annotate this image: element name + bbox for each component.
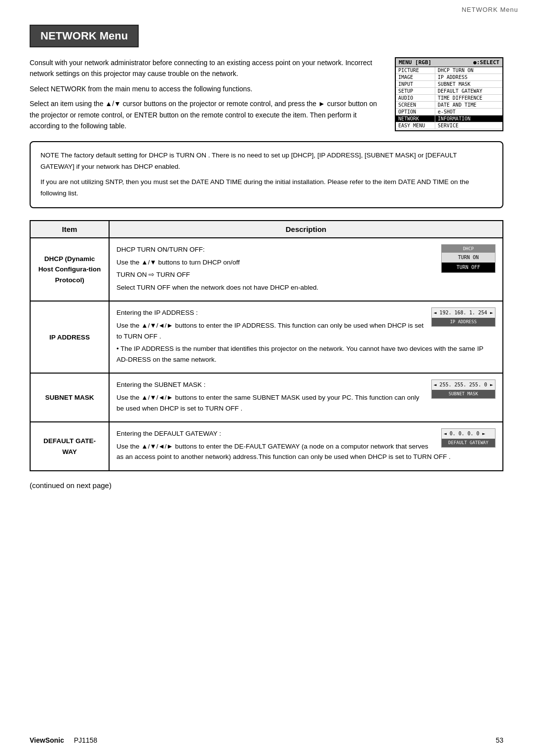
menu-col-right: DEFAULT GATEWAY	[435, 88, 502, 94]
table-desc-cell: DHCPTURN ONTURN OFFDHCP TURN ON/TURN OFF…	[109, 238, 503, 301]
table-item-cell: IP ADDRESS	[30, 301, 109, 373]
intro-text: Consult with your network administrator …	[30, 57, 380, 131]
menu-col-right: TIME DIFFERENCE	[435, 95, 502, 101]
menu-col-left: SETUP	[396, 88, 435, 94]
menu-col-left: NETWORK	[396, 115, 435, 122]
device-screenshot: DHCPTURN ONTURN OFF	[441, 244, 495, 273]
menu-col-right: SUBNET MASK	[435, 81, 502, 87]
intro-para2: Select NETWORK from the main menu to acc…	[30, 83, 380, 94]
device-label: IP ADDRESS	[432, 318, 495, 326]
page: NETWORK Menu NETWORK Menu Consult with y…	[0, 0, 533, 756]
device-row: TURN ON	[442, 253, 495, 263]
note-box: NOTE The factory default setting for DHC…	[30, 141, 503, 208]
desc-line: • The IP ADDRESS is the number that iden…	[116, 343, 495, 365]
desc-line: DHCP TURN ON/TURN OFF:	[116, 244, 495, 255]
table-item-cell: SUBNET MASK	[30, 373, 109, 422]
footer-page-number: 53	[495, 736, 503, 744]
device-label: SUBNET MASK	[432, 390, 495, 398]
menu-row: SCREENDATE AND TIME	[396, 102, 502, 109]
page-title: NETWORK Menu	[30, 25, 139, 47]
table-row: DEFAULT GATE-WAY◄ 0. 0. 0. 0 ►DEFAULT GA…	[30, 422, 503, 471]
menu-col-right: SERVICE	[435, 122, 502, 129]
table-desc-cell: ◄ 255. 255. 255. 0 ►SUBNET MASKEntering …	[109, 373, 503, 422]
device-value: ◄ 255. 255. 255. 0 ►	[432, 380, 495, 390]
device-screenshot: ◄ 0. 0. 0. 0 ►DEFAULT GATEWAY	[441, 428, 495, 447]
device-label: DEFAULT GATEWAY	[442, 439, 495, 447]
menu-row: SETUPDEFAULT GATEWAY	[396, 88, 502, 95]
menu-col-right: DHCP TURN ON	[435, 67, 502, 74]
menu-row: AUDIOTIME DIFFERENCE	[396, 95, 502, 102]
desc-line: Use the ▲/▼ buttons to turn DHCP on/off	[116, 257, 495, 268]
model: PJ1158	[74, 736, 97, 744]
table-desc-cell: ◄ 0. 0. 0. 0 ►DEFAULT GATEWAYEntering th…	[109, 422, 503, 471]
col-header-item: Item	[30, 221, 109, 238]
menu-col-left: AUDIO	[396, 95, 435, 101]
desc-line: Use the ▲/▼/◄/► buttons to enter the DE-…	[116, 441, 495, 462]
menu-col-left: INPUT	[396, 81, 435, 87]
device-title: DHCP	[442, 245, 495, 253]
continued-text: (continued on next page)	[30, 481, 503, 490]
menu-header: MENU [RGB] ●:SELECT	[396, 58, 502, 67]
device-value: ◄ 0. 0. 0. 0 ►	[442, 429, 495, 439]
table-row: IP ADDRESS◄ 192. 168. 1. 254 ►IP ADDRESS…	[30, 301, 503, 373]
col-header-desc: Description	[109, 221, 503, 238]
intro-section: Consult with your network administrator …	[30, 57, 503, 131]
note-text1: NOTE The factory default setting for DHC…	[40, 150, 493, 173]
menu-col-left: IMAGE	[396, 74, 435, 80]
desc-line: Entering the DEFAULT GATEWAY :	[116, 428, 495, 439]
note-text2: If you are not utilizing SNTP, then you …	[40, 177, 493, 199]
device-screenshot: ◄ 255. 255. 255. 0 ►SUBNET MASK	[431, 379, 495, 398]
intro-para1: Consult with your network administrator …	[30, 57, 380, 79]
menu-col-right: INFORMATION	[435, 115, 502, 122]
menu-col-left: SCREEN	[396, 102, 435, 108]
menu-row: NETWORKINFORMATION	[396, 115, 502, 122]
table-item-cell: DEFAULT GATE-WAY	[30, 422, 109, 471]
menu-col-left: PICTURE	[396, 67, 435, 74]
device-row: TURN OFF	[442, 263, 495, 272]
footer-brand-model: ViewSonic PJ1158	[30, 736, 97, 744]
table-row: SUBNET MASK◄ 255. 255. 255. 0 ►SUBNET MA…	[30, 373, 503, 422]
table-item-cell: DHCP (Dynamic Host Configura-tion Protoc…	[30, 238, 109, 301]
description-table: Item Description DHCP (Dynamic Host Conf…	[30, 220, 503, 471]
menu-col-left: OPTION	[396, 109, 435, 115]
menu-screenshot: MENU [RGB] ●:SELECT PICTUREDHCP TURN ONI…	[395, 57, 503, 131]
menu-row: OPTIONe-SHOT	[396, 109, 502, 115]
device-value: ◄ 192. 168. 1. 254 ►	[432, 308, 495, 318]
device-screenshot: ◄ 192. 168. 1. 254 ►IP ADDRESS	[431, 307, 495, 326]
footer: ViewSonic PJ1158 53	[30, 736, 503, 744]
desc-line: Select TURN OFF when the network does no…	[116, 282, 495, 293]
intro-para3: Select an item using the ▲/▼ cursor butt…	[30, 98, 380, 131]
menu-col-left: EASY MENU	[396, 122, 435, 129]
table-row: DHCP (Dynamic Host Configura-tion Protoc…	[30, 238, 503, 301]
menu-col-right: IP ADDRESS	[435, 74, 502, 80]
top-header: NETWORK Menu	[461, 6, 518, 13]
brand: ViewSonic	[30, 736, 64, 744]
desc-line: TURN ON ⇨ TURN OFF	[116, 269, 495, 280]
menu-row: IMAGEIP ADDRESS	[396, 74, 502, 81]
menu-col-right: DATE AND TIME	[435, 102, 502, 108]
menu-row: PICTUREDHCP TURN ON	[396, 67, 502, 74]
menu-row: EASY MENUSERVICE	[396, 122, 502, 129]
table-desc-cell: ◄ 192. 168. 1. 254 ►IP ADDRESSEntering t…	[109, 301, 503, 373]
menu-row: INPUTSUBNET MASK	[396, 81, 502, 88]
menu-col-right: e-SHOT	[435, 109, 502, 115]
header-title: NETWORK Menu	[461, 6, 518, 13]
